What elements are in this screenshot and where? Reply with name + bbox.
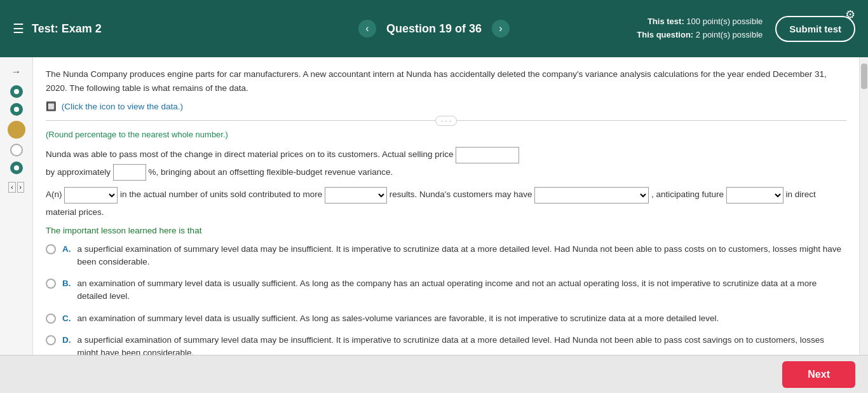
customers-dropdown[interactable]: purchased more units purchased fewer uni… [534, 187, 649, 203]
sidebar-question-item-5[interactable] [10, 162, 23, 174]
round-note: (Round percentage to the nearest whole n… [46, 130, 846, 139]
header-right: This test: 100 point(s) possible This qu… [637, 15, 855, 42]
scrollbar[interactable] [859, 57, 868, 355]
header-center: ‹ Question 19 of 36 › [358, 20, 510, 38]
submit-test-button[interactable]: Submit test [775, 16, 855, 42]
sidebar-question-item-2[interactable] [10, 103, 23, 116]
future-dropdown[interactable]: increases decreases [726, 187, 783, 203]
header-info: This test: 100 point(s) possible This qu… [637, 15, 763, 42]
sidebar-question-item-3[interactable] [8, 121, 25, 139]
content-area: The Nunda Company produces engine parts … [33, 57, 868, 355]
prev-question-button[interactable]: ‹ [358, 20, 376, 38]
option-d: D. a superficial examination of summary … [46, 334, 846, 355]
question-panel: The Nunda Company produces engine parts … [33, 57, 859, 355]
next-question-button[interactable]: › [492, 20, 510, 38]
option-c-radio[interactable] [46, 314, 56, 324]
results-dropdown[interactable]: favorable unfavorable [325, 187, 387, 203]
sidebar: → ‹ › [0, 57, 33, 355]
click-data-link[interactable]: 🔲 (Click the icon to view the data.) [46, 101, 846, 111]
sidebar-nav-arrows: ‹ › [8, 182, 24, 193]
option-a-radio[interactable] [46, 244, 56, 254]
approximately-input[interactable] [113, 164, 146, 181]
divider: · · · [46, 120, 846, 121]
fill-sentence-2: A(n) increase decrease in the actual num… [46, 186, 846, 220]
sidebar-question-item-1[interactable] [10, 85, 23, 98]
bottom-bar: Next [0, 355, 868, 393]
option-b: B. an examination of summary level data … [46, 277, 846, 303]
option-c: C. an examination of summary level data … [46, 312, 846, 325]
sidebar-arrow-up[interactable]: → [9, 64, 24, 80]
table-icon: 🔲 [46, 102, 57, 111]
main-area: → ‹ › The Nunda Company produces engine … [0, 57, 868, 355]
passage-text: The Nunda Company produces engine parts … [46, 67, 846, 95]
menu-icon[interactable]: ☰ [13, 21, 24, 36]
option-d-radio[interactable] [46, 335, 56, 345]
selling-price-input[interactable] [456, 147, 519, 163]
divider-dots: · · · [435, 116, 458, 126]
gear-icon[interactable]: ⚙ [845, 8, 855, 22]
header: ☰ Test: Exam 2 ‹ Question 19 of 36 › Thi… [0, 0, 868, 57]
lesson-intro: The important lesson learned here is tha… [46, 226, 846, 235]
sidebar-right-arrow[interactable]: › [17, 182, 24, 193]
fill-sentence-1: Nunda was able to pass most of the chang… [46, 146, 846, 181]
sidebar-question-item-4[interactable] [10, 144, 23, 156]
test-title: Test: Exam 2 [32, 22, 102, 36]
scroll-thumb[interactable] [861, 64, 867, 89]
next-button[interactable]: Next [782, 361, 855, 388]
header-left: ☰ Test: Exam 2 [13, 21, 102, 36]
option-a: A. a superficial examination of summary … [46, 243, 846, 269]
an-dropdown[interactable]: increase decrease [64, 187, 118, 203]
sidebar-left-arrow[interactable]: ‹ [8, 182, 15, 193]
option-b-radio[interactable] [46, 279, 56, 289]
question-label: Question 19 of 36 [386, 22, 482, 36]
